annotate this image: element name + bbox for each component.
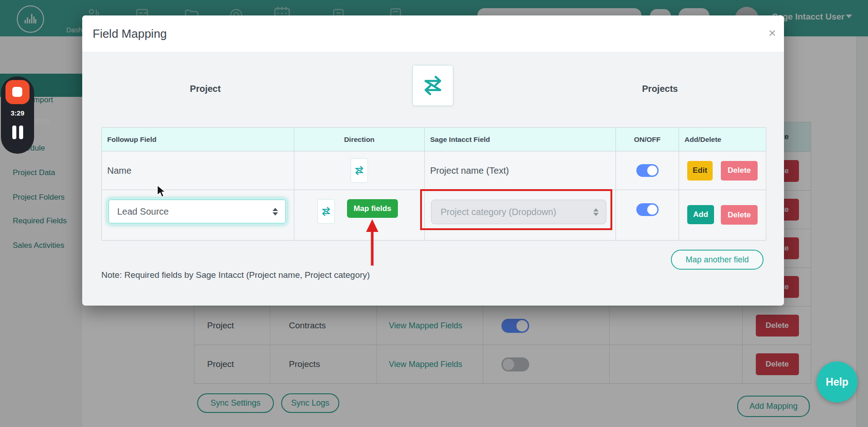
screen-recorder-widget: 3:29: [1, 76, 34, 154]
followup-field-selected-value: Lead Source: [109, 206, 169, 217]
field-mapping-table: Followup Field Direction Sage Intacct Fi…: [101, 127, 766, 241]
delete-field-button[interactable]: Delete: [721, 205, 758, 225]
header-followup-field: Followup Field: [102, 128, 294, 151]
field-on-off-toggle[interactable]: [636, 203, 659, 216]
sage-field-selected-value: Project category (Dropdown): [432, 207, 556, 217]
sage-field-name: Project name (Text): [430, 166, 509, 176]
direction-swap-icon[interactable]: [317, 199, 335, 224]
map-fields-button[interactable]: Map fields: [347, 199, 398, 218]
field-mapping-modal: Field Mapping × Project Projects Followu…: [82, 15, 784, 306]
edit-field-button[interactable]: Edit: [687, 161, 713, 181]
recording-timer: 3:29: [1, 109, 34, 117]
stop-recording-icon[interactable]: [5, 80, 30, 104]
header-direction: Direction: [294, 128, 425, 151]
sync-direction-icon: [412, 65, 453, 106]
app-page: Dashboard Sage Intacct User Data Import …: [0, 0, 868, 427]
map-another-field-button[interactable]: Map another field: [671, 250, 764, 270]
modal-title: Field Mapping: [93, 27, 167, 41]
header-add-delete: Add/Delete: [679, 128, 766, 151]
source-system-label: Project: [190, 84, 221, 94]
select-arrows-icon: [273, 208, 278, 216]
modal-header: Field Mapping: [82, 15, 784, 52]
delete-field-button[interactable]: Delete: [721, 161, 758, 181]
header-on-off: ON/OFF: [616, 128, 679, 151]
pause-recording-icon[interactable]: [1, 126, 34, 139]
close-icon[interactable]: ×: [766, 26, 779, 40]
target-system-label: Projects: [642, 84, 678, 94]
add-field-button[interactable]: Add: [687, 205, 714, 224]
field-on-off-toggle[interactable]: [636, 164, 659, 177]
sage-field-select-disabled[interactable]: Project category (Dropdown): [431, 200, 606, 224]
required-fields-note: Note: Required fields by Sage Intacct (P…: [101, 270, 370, 280]
help-button[interactable]: Help: [817, 362, 858, 402]
followup-field-select[interactable]: Lead Source: [108, 199, 286, 224]
direction-swap-icon[interactable]: [351, 158, 368, 183]
followup-field-name: Name: [107, 166, 131, 176]
header-sage-intacct-field: Sage Intacct Field: [425, 128, 616, 151]
select-arrows-icon: [593, 208, 599, 216]
